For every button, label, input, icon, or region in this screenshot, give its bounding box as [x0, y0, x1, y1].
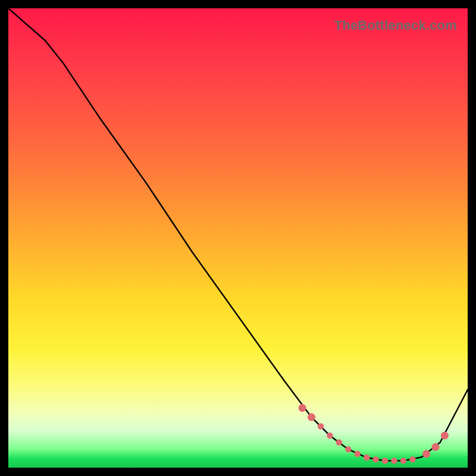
marker-point: [391, 458, 397, 464]
marker-point: [345, 446, 351, 452]
marker-point: [441, 432, 449, 440]
marker-point: [336, 439, 342, 445]
marker-point: [382, 458, 388, 464]
plot-area: TheBottleneck.com: [8, 8, 468, 468]
marker-point: [432, 443, 440, 451]
marker-point: [400, 458, 406, 464]
marker-point: [318, 423, 324, 429]
curve-layer: [8, 8, 468, 468]
marker-point: [299, 404, 306, 412]
marker-point: [308, 414, 315, 421]
chart-frame: TheBottleneck.com: [0, 0, 476, 476]
marker-point: [372, 456, 378, 462]
marker-point: [364, 455, 369, 461]
marker-point: [327, 433, 333, 439]
marker-group: [299, 404, 449, 464]
bottleneck-curve-path: [8, 8, 468, 461]
marker-point: [409, 456, 415, 462]
marker-point: [355, 451, 361, 457]
marker-point: [422, 450, 430, 458]
